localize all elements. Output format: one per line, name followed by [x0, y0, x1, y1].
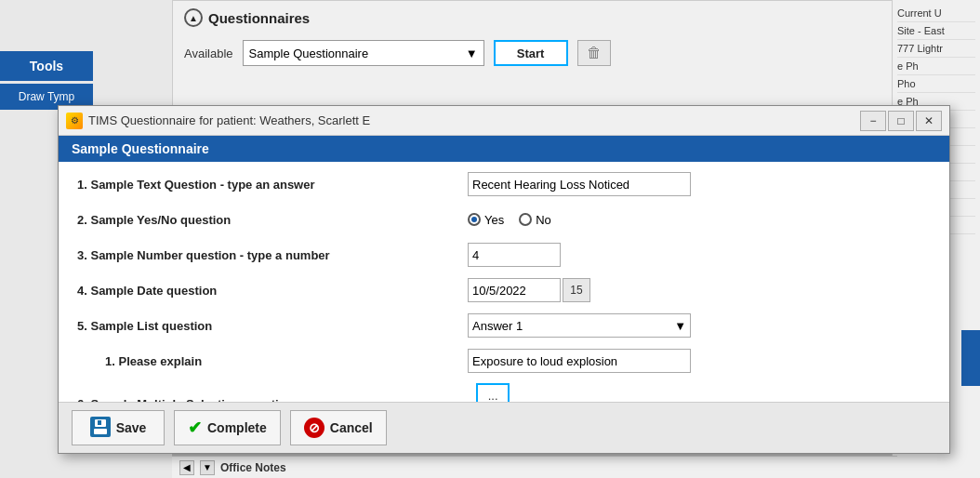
- calendar-button[interactable]: 15: [563, 278, 590, 302]
- question-5-row: 5. Sample List question Answer 1 ▼: [77, 312, 931, 339]
- questionnaire-dropdown[interactable]: Sample Questionnaire ▼: [243, 40, 484, 66]
- right-item-site: Site - East: [897, 22, 975, 40]
- right-panel-blue-bar: [961, 330, 980, 386]
- question-3-row: 3. Sample Number question - type a numbe…: [77, 242, 931, 268]
- bottom-row: ◀ ▼ Office Notes: [172, 456, 897, 478]
- cancel-button[interactable]: ⊘ Cancel: [290, 410, 387, 445]
- complete-button[interactable]: ✔ Complete: [174, 410, 281, 445]
- modal-title-buttons: − □ ✕: [860, 111, 942, 131]
- question-2-answer: Yes No: [468, 213, 931, 227]
- question-2-row: 2. Sample Yes/No question Yes No: [77, 206, 931, 232]
- select-arrow-icon: ▼: [674, 319, 686, 333]
- modal-header: Sample Questionnaire: [59, 136, 949, 162]
- question-1-answer: [468, 172, 931, 196]
- question-3-input[interactable]: [468, 243, 561, 267]
- complete-icon: ✔: [188, 418, 202, 438]
- yesno-group: Yes No: [468, 213, 551, 227]
- svg-rect-2: [94, 429, 107, 434]
- modal-footer: Save ✔ Complete ⊘ Cancel: [59, 402, 949, 453]
- question-5-sub-row: 1. Please explain: [77, 348, 931, 374]
- modal-app-icon: ⚙: [66, 113, 83, 129]
- question-1-label: 1. Sample Text Question - type an answer: [77, 178, 468, 192]
- available-label: Available: [184, 46, 233, 60]
- questionnaires-panel: ▲ Questionnaires Available Sample Questi…: [172, 0, 897, 121]
- trash-icon: 🗑: [587, 45, 602, 61]
- delete-button[interactable]: 🗑: [577, 40, 611, 66]
- question-5-sub-answer: [468, 349, 931, 373]
- modal-dialog: ⚙ TIMS Questionnaire for patient: Weathe…: [58, 105, 950, 454]
- close-button[interactable]: ✕: [916, 111, 942, 131]
- question-6-row: 6. Sample Multiple Selection question ..…: [77, 383, 931, 402]
- scroll-left-icon[interactable]: ◀: [179, 460, 194, 475]
- question-3-answer: [468, 243, 931, 267]
- start-button[interactable]: Start: [494, 40, 568, 66]
- right-item-current-u: Current U: [897, 5, 975, 22]
- office-notes-label: Office Notes: [220, 461, 286, 474]
- multiselect-button[interactable]: ...: [476, 383, 510, 402]
- yes-radio-item[interactable]: Yes: [468, 213, 504, 227]
- yes-radio-button[interactable]: [468, 213, 481, 226]
- save-icon: [90, 417, 111, 440]
- question-4-answer: 15: [468, 278, 931, 302]
- minimize-button[interactable]: −: [860, 111, 886, 131]
- explain-input[interactable]: [468, 349, 691, 373]
- date-input[interactable]: [468, 278, 561, 302]
- modal-title-left: ⚙ TIMS Questionnaire for patient: Weathe…: [66, 113, 370, 129]
- save-button[interactable]: Save: [72, 410, 165, 445]
- right-item-addr: 777 Lightr: [897, 40, 975, 58]
- right-item-pho1: e Ph: [897, 58, 975, 75]
- cancel-icon: ⊘: [304, 418, 324, 438]
- modal-titlebar: ⚙ TIMS Questionnaire for patient: Weathe…: [59, 106, 949, 136]
- question-5-answer: Answer 1 ▼: [468, 313, 931, 338]
- question-6-answer: ... Choice 1: [468, 383, 931, 402]
- tools-button[interactable]: Tools: [0, 51, 93, 81]
- no-radio-button[interactable]: [519, 213, 532, 226]
- modal-title-text: TIMS Questionnaire for patient: Weathers…: [88, 113, 370, 127]
- svg-rect-3: [98, 420, 101, 425]
- collapse-down-icon[interactable]: ▼: [200, 460, 215, 475]
- questionnaires-title: ▲ Questionnaires: [173, 1, 896, 34]
- collapse-icon[interactable]: ▲: [184, 8, 203, 27]
- modal-body: 1. Sample Text Question - type an answer…: [59, 162, 949, 402]
- list-select[interactable]: Answer 1 ▼: [468, 313, 691, 338]
- question-1-row: 1. Sample Text Question - type an answer: [77, 171, 931, 197]
- question-5-label: 5. Sample List question: [77, 319, 468, 333]
- no-radio-item[interactable]: No: [519, 213, 551, 227]
- maximize-button[interactable]: □: [888, 111, 914, 131]
- question-2-label: 2. Sample Yes/No question: [77, 213, 468, 227]
- question-4-row: 4. Sample Date question 15: [77, 277, 931, 303]
- date-input-group: 15: [468, 278, 590, 302]
- question-3-label: 3. Sample Number question - type a numbe…: [77, 248, 468, 262]
- question-1-input[interactable]: [468, 172, 691, 196]
- question-4-label: 4. Sample Date question: [77, 284, 468, 298]
- right-item-pho2: Pho: [897, 75, 975, 93]
- question-5-sub-label: 1. Please explain: [77, 354, 468, 368]
- dropdown-arrow-icon: ▼: [466, 46, 478, 60]
- available-row: Available Sample Questionnaire ▼ Start 🗑: [173, 34, 896, 72]
